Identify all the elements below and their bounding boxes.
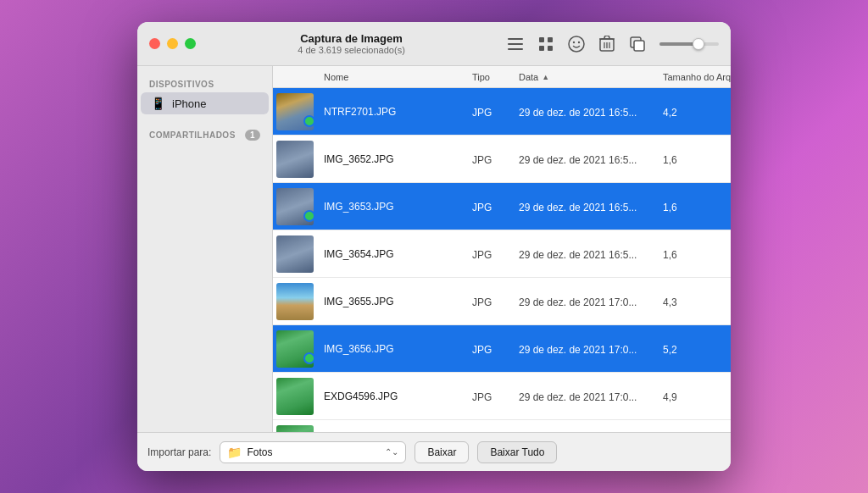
file-name-cell: NTRF2701.JPG	[317, 106, 465, 118]
file-date: 29 de dez. de 2021 17:0...	[519, 344, 637, 356]
emoji-button[interactable]	[568, 36, 585, 53]
file-type-cell: JPG	[465, 199, 512, 214]
file-type: JPG	[472, 391, 492, 403]
file-date: 29 de dez. de 2021 16:5...	[519, 202, 637, 213]
file-thumbnail-cell	[273, 188, 317, 225]
bottom-bar: Importar para: 📁 Fotos ⌃⌄ Baixar Baixar …	[137, 432, 731, 471]
file-name-cell: IMG_3655.JPG	[317, 296, 465, 307]
baixar-tudo-button[interactable]: Baixar Tudo	[477, 441, 557, 463]
file-thumbnail	[276, 141, 314, 178]
file-type: JPG	[472, 249, 492, 261]
dropdown-arrow-icon: ⌃⌄	[385, 447, 398, 457]
file-name-cell: EXDG4596.JPG	[317, 391, 465, 402]
file-name: NTRF2701.JPG	[324, 106, 396, 118]
list-view-button[interactable]	[507, 36, 524, 53]
sort-arrow-icon: ▲	[542, 73, 549, 81]
main-content: DISPOSITIVOS 📱 iPhone COMPARTILHADOS1 No…	[137, 66, 731, 432]
toolbar-controls	[507, 36, 719, 53]
table-row[interactable]: NTRF2701.JPG JPG 29 de dez. de 2021 16:5…	[273, 88, 731, 136]
downloaded-dot	[303, 210, 315, 222]
file-thumbnail-cell	[273, 378, 317, 415]
file-pane: Nome Tipo Data ▲ Tamanho do Arq NTRF2701…	[273, 66, 731, 432]
file-name: IMG_3654.JPG	[324, 248, 394, 260]
table-row[interactable]: IMG_3656.JPG JPG 29 de dez. de 2021 17:0…	[273, 325, 731, 373]
file-name-cell: IMG_3652.JPG	[317, 153, 465, 165]
svg-rect-2	[508, 48, 523, 50]
window-subtitle: 4 de 3.619 selecionado(s)	[298, 45, 405, 55]
file-size: 4,2	[663, 107, 677, 119]
svg-rect-4	[548, 37, 553, 42]
col-header-size: Tamanho do Arq	[656, 72, 731, 82]
file-thumbnail-cell	[273, 283, 317, 320]
file-type: JPG	[472, 202, 492, 213]
sidebar-item-iphone[interactable]: 📱 iPhone	[141, 92, 269, 114]
file-size: 4,9	[663, 391, 677, 403]
import-label: Importar para:	[147, 446, 211, 458]
file-size: 1,6	[663, 154, 677, 166]
app-window: Captura de Imagem 4 de 3.619 selecionado…	[137, 22, 731, 471]
file-thumbnail-cell	[273, 425, 317, 433]
table-row[interactable]: IMG_3653.JPG JPG 29 de dez. de 2021 16:5…	[273, 183, 731, 230]
svg-point-9	[578, 41, 580, 42]
file-date-cell: 29 de dez. de 2021 17:0...	[512, 341, 656, 357]
file-date-cell: 29 de dez. de 2021 17:0...	[512, 294, 656, 309]
svg-rect-1	[508, 43, 523, 45]
iphone-icon: 📱	[151, 97, 165, 110]
shared-section-label: COMPARTILHADOS1	[137, 125, 272, 144]
file-type: JPG	[472, 344, 492, 356]
file-date: 29 de dez. de 2021 16:5...	[519, 154, 637, 166]
file-size-cell: 4,2	[656, 104, 731, 119]
import-dest-label: Fotos	[247, 446, 380, 458]
minimize-button[interactable]	[167, 38, 178, 49]
file-thumbnail-cell	[273, 330, 317, 368]
file-thumbnail-cell	[273, 141, 317, 178]
maximize-button[interactable]	[185, 38, 196, 49]
file-thumbnail-cell	[273, 93, 317, 130]
file-size-cell: 5,2	[656, 341, 731, 357]
table-row[interactable]: IMG_3652.JPG JPG 29 de dez. de 2021 16:5…	[273, 136, 731, 183]
file-date-cell: 29 de dez. de 2021 17:0...	[512, 389, 656, 404]
file-size: 4,3	[663, 296, 677, 308]
file-size-cell: 1,6	[656, 152, 731, 167]
file-name-cell: IMG_3653.JPG	[317, 201, 465, 213]
delete-button[interactable]	[598, 36, 615, 53]
file-type-cell: JPG	[465, 389, 512, 404]
file-date-cell: 29 de dez. de 2021 16:5...	[512, 246, 656, 262]
table-row[interactable]: IMG_3657.HEIC HEIC 29 de dez. de 2021 17…	[273, 420, 731, 432]
file-date-cell: 29 de dez. de 2021 16:5...	[512, 199, 656, 214]
file-name-cell: IMG_3656.JPG	[317, 343, 465, 355]
file-date: 29 de dez. de 2021 16:5...	[519, 107, 637, 119]
file-name: IMG_3653.JPG	[324, 201, 394, 213]
table-row[interactable]: EXDG4596.JPG JPG 29 de dez. de 2021 17:0…	[273, 373, 731, 420]
file-date-cell: 29 de dez. de 2021 16:5...	[512, 104, 656, 119]
file-type-cell: JPG	[465, 152, 512, 167]
file-size-cell: 4,9	[656, 389, 731, 404]
file-thumbnail	[276, 425, 314, 433]
table-row[interactable]: IMG_3655.JPG JPG 29 de dez. de 2021 17:0…	[273, 278, 731, 325]
svg-rect-16	[634, 41, 644, 51]
file-size: 1,6	[663, 249, 677, 261]
file-thumbnail	[276, 235, 314, 273]
file-thumbnail	[276, 378, 314, 415]
col-header-date[interactable]: Data ▲	[512, 72, 656, 82]
folder-icon: 📁	[227, 446, 242, 459]
file-thumbnail-cell	[273, 235, 317, 273]
downloaded-dot	[303, 352, 315, 364]
col-header-name[interactable]: Nome	[317, 72, 465, 82]
file-date: 29 de dez. de 2021 17:0...	[519, 391, 637, 403]
file-name: IMG_3655.JPG	[324, 296, 394, 307]
file-type-cell: JPG	[465, 246, 512, 262]
close-button[interactable]	[149, 38, 160, 49]
window-button[interactable]	[629, 36, 646, 53]
import-destination-picker[interactable]: 📁 Fotos ⌃⌄	[220, 441, 406, 463]
file-type-cell: JPG	[465, 294, 512, 309]
file-name: EXDG4596.JPG	[324, 391, 398, 402]
file-type: JPG	[472, 154, 492, 166]
svg-rect-0	[508, 38, 523, 40]
zoom-slider[interactable]	[659, 42, 719, 46]
file-type-cell: JPG	[465, 341, 512, 357]
baixar-button[interactable]: Baixar	[415, 441, 469, 463]
grid-view-button[interactable]	[537, 36, 554, 53]
table-row[interactable]: IMG_3654.JPG JPG 29 de dez. de 2021 16:5…	[273, 230, 731, 278]
file-date: 29 de dez. de 2021 17:0...	[519, 296, 637, 308]
